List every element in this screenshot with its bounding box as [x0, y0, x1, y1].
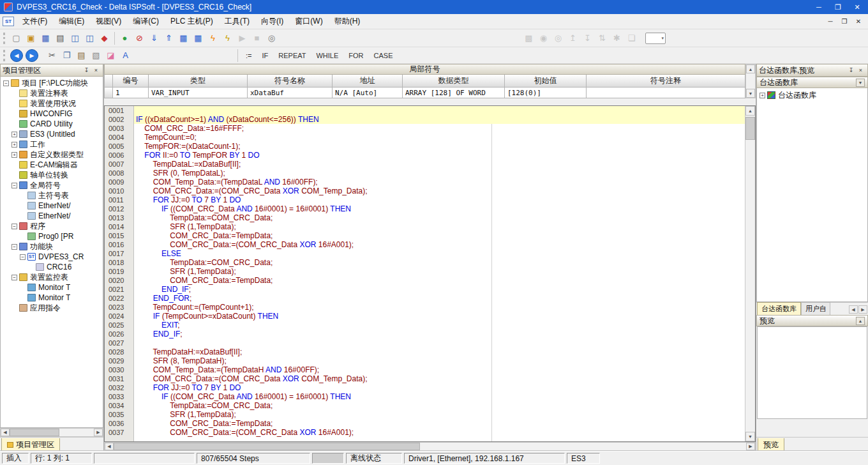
minimize-button[interactable]: ─ — [809, 1, 828, 13]
code-line[interactable]: FOR JJ:=0 TO 7 BY 1 DO — [134, 383, 745, 392]
column-header[interactable]: 数据类型 — [403, 75, 505, 88]
code-line[interactable]: TempDataL:=xDataBuf[II]; — [134, 160, 745, 169]
code-line[interactable]: TempFOR:=(xDataCount-1); — [134, 142, 745, 151]
collapse-icon[interactable]: − — [3, 80, 9, 86]
symbol-cell[interactable]: VAR_INPUT — [149, 88, 248, 98]
scroll-down-icon[interactable]: ▼ — [746, 89, 755, 98]
format-painter-button[interactable]: ▧ — [89, 49, 103, 63]
insert-for-button[interactable]: FOR — [343, 49, 368, 63]
tree-item-dvpes3-crc16[interactable]: −STDVPES3_CR — [1, 252, 103, 262]
cut-button[interactable]: ✂ — [45, 49, 59, 63]
code-area[interactable]: IF ((xDataCount>=1) AND (xDataCount<=256… — [134, 106, 745, 441]
scroll-track[interactable] — [420, 443, 746, 450]
tree-item-monitor-table-2[interactable]: Monitor T — [1, 293, 103, 303]
zoom-button[interactable]: ◎ — [264, 31, 279, 45]
symbol-cell[interactable]: N/A [Auto] — [333, 88, 403, 98]
scroll-thumb[interactable] — [114, 443, 420, 450]
toolbar-grip[interactable] — [3, 33, 6, 44]
editor-vscrollbar[interactable]: ▲ ▼ — [745, 106, 755, 441]
code-line[interactable]: IF ((COM_CRC_Data AND 16#0001) = 16#0001… — [134, 204, 745, 213]
menu-help[interactable]: 帮助(H) — [329, 14, 366, 29]
code-line[interactable]: COM_CRC_Data:=TempData; — [134, 231, 745, 240]
preview-section-header[interactable]: 预览 ▲ — [756, 315, 868, 326]
menu-window[interactable]: 窗口(W) — [289, 14, 328, 29]
tree-item-prog0[interactable]: Prog0 [PR — [1, 231, 103, 241]
column-header[interactable]: 符号名称 — [248, 75, 333, 88]
expand-icon[interactable]: + — [11, 152, 17, 158]
panel-close-icon[interactable]: × — [856, 66, 865, 75]
code-line[interactable]: ELSE — [134, 249, 745, 258]
compile-button[interactable]: ◆ — [97, 31, 112, 45]
download-program-button[interactable]: ⇓ — [147, 31, 161, 45]
code-line[interactable]: SFR (1,TempData); — [134, 410, 745, 419]
insert-if-button[interactable]: IF — [257, 49, 273, 63]
tree-item-custom-data-types[interactable]: +自定义数据类型 — [1, 149, 103, 160]
menu-tools[interactable]: 工具(T) — [219, 14, 255, 29]
insert-while-button[interactable]: WHILE — [311, 49, 343, 63]
symbol-cell[interactable]: xDataBuf — [248, 88, 333, 98]
tree-item-device-comment-table[interactable]: 装置注释表 — [1, 88, 103, 98]
tree-item-programs[interactable]: −程序 — [1, 221, 103, 231]
code-line[interactable]: COM_CRC_Data:=16#FFFF; — [134, 124, 745, 133]
code-line[interactable] — [134, 339, 745, 347]
tab-preview[interactable]: 预览 — [758, 438, 784, 452]
tab-user-library[interactable]: 用户自 — [801, 302, 830, 315]
code-line[interactable]: SFR (1,TempData); — [134, 222, 745, 231]
collapse-icon[interactable]: ▲ — [856, 317, 865, 325]
tree-item-card-utility[interactable]: CARD Utility — [1, 119, 103, 129]
project-window-button[interactable]: ◫ — [68, 31, 82, 45]
tree-item-main-symbol-table[interactable]: 主符号表 — [1, 190, 103, 201]
project-tree-hscrollbar[interactable]: ◀ ▶ — [0, 428, 103, 437]
open-file-button[interactable]: ▣ — [24, 31, 38, 45]
simulator-mode-button[interactable]: ϟ — [220, 31, 235, 45]
collapse-icon[interactable]: − — [20, 254, 26, 260]
tree-item-device-usage-status[interactable]: 装置使用状况 — [1, 98, 103, 109]
tree-item-ethernet-1[interactable]: EtherNet/ — [1, 201, 103, 211]
maximize-button[interactable]: ❐ — [828, 1, 848, 13]
insert-repeat-button[interactable]: REPEAT — [273, 49, 311, 63]
code-line[interactable]: IF ((COM_CRC_Data AND 16#0001) = 16#0001… — [134, 392, 745, 401]
tree-item-function-blocks[interactable]: −功能块 — [1, 241, 103, 252]
expand-icon[interactable]: + — [11, 132, 17, 137]
scroll-up-icon[interactable]: ▲ — [746, 65, 755, 73]
scroll-track[interactable] — [59, 429, 94, 436]
st-code-editor[interactable]: 0001000200030004000500060007000800090010… — [104, 105, 756, 442]
tab-project-management[interactable]: 项目管理区 — [1, 438, 60, 452]
tree-item-global-symbols[interactable]: −全局符号 — [1, 180, 103, 190]
find-replace-button[interactable]: A — [118, 49, 133, 63]
scroll-thumb[interactable] — [745, 117, 755, 140]
insert-assign-button[interactable]: := — [241, 49, 257, 63]
row-selector-header[interactable] — [104, 75, 113, 88]
row-selector[interactable] — [104, 88, 113, 98]
menu-compile[interactable]: 编译(C) — [127, 14, 165, 29]
tab-scroll-right-icon[interactable]: ▶ — [858, 305, 867, 314]
output-window-button[interactable]: ◫ — [82, 31, 97, 45]
scroll-left-icon[interactable]: ◀ — [1, 429, 10, 436]
column-header[interactable]: 初始值 — [505, 75, 587, 88]
tree-item-ethernet-2[interactable]: EtherNet/ — [1, 211, 103, 221]
scroll-up-icon[interactable]: ▲ — [745, 106, 755, 116]
check-button[interactable]: ● — [117, 31, 132, 45]
tree-item-delta-library[interactable]: + 台达函数库 — [757, 90, 867, 100]
panel-close-icon[interactable]: × — [91, 66, 101, 75]
insert-case-button[interactable]: CASE — [369, 49, 398, 63]
mdi-restore-button[interactable]: ❐ — [837, 16, 851, 27]
monitor-table-button[interactable]: ▦ — [176, 31, 191, 45]
tree-item-project-root[interactable]: −项目 [F:\PLC功能块 — [1, 78, 103, 88]
code-line[interactable]: COM_CRC_Data:=(COM_CRC_Data XOR COM_Temp… — [134, 374, 745, 383]
symbol-cell[interactable]: 1 — [113, 88, 149, 98]
tree-item-es3-untitled[interactable]: +ES3 (Untitled — [1, 129, 103, 139]
pin-icon[interactable]: ↧ — [82, 66, 91, 75]
code-line[interactable]: TempData:=COM_CRC_Data; — [134, 258, 745, 267]
tree-item-crc16[interactable]: CRC16 — [1, 262, 103, 272]
symbol-cell[interactable] — [587, 88, 745, 98]
code-line[interactable]: TempCount:=0; — [134, 133, 745, 142]
tab-delta-library[interactable]: 台达函数库 — [757, 302, 801, 315]
code-line[interactable]: TempCount:=(TempCount+1); — [134, 303, 745, 312]
menu-plc[interactable]: PLC 主机(P) — [165, 14, 219, 29]
stop-compile-button[interactable]: ⊘ — [132, 31, 147, 45]
menu-view[interactable]: 视图(V) — [90, 14, 127, 29]
menu-wizard[interactable]: 向导(I) — [255, 14, 289, 29]
copy-button[interactable]: ❐ — [59, 49, 74, 63]
code-line[interactable]: COM_CRC_Data:=(COM_CRC_Data XOR 16#A001)… — [134, 428, 745, 437]
